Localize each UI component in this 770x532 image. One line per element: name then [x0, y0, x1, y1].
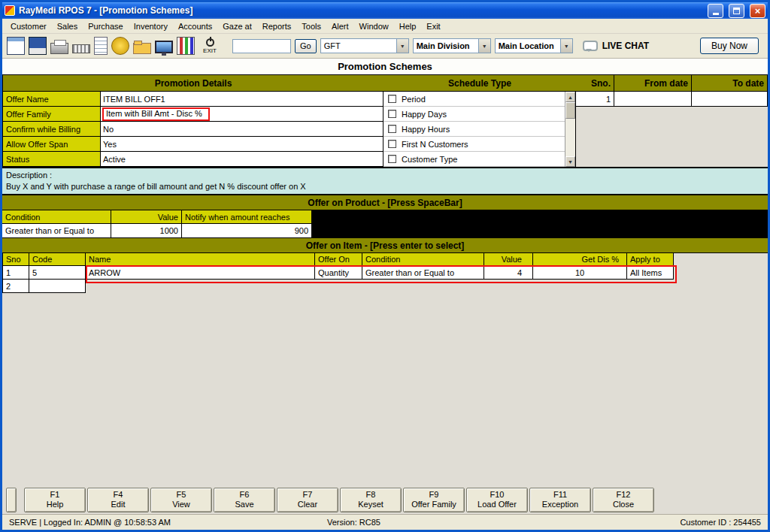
cell-to-date[interactable]	[692, 92, 768, 107]
exit-button[interactable]: EXIT	[199, 38, 221, 54]
schedule-option-row[interactable]: Customer Type	[383, 152, 565, 167]
location-dropdown[interactable]: Main Location	[495, 38, 573, 53]
app-window: RayMedi RPOS 7 - [Promotion Schemes] × C…	[0, 0, 770, 532]
schedule-dates-panel: Sno. From date To date 1	[576, 75, 768, 167]
cell-code[interactable]	[29, 280, 86, 293]
menu-item[interactable]: Exit	[421, 20, 445, 32]
checkbox-icon[interactable]	[388, 140, 396, 148]
edge-button[interactable]	[6, 488, 17, 512]
cell-value[interactable]: 4	[484, 266, 533, 280]
function-key-button[interactable]: F11 Exception	[529, 488, 591, 512]
function-key-button[interactable]: F1 Help	[24, 488, 86, 512]
close-button[interactable]: ×	[750, 4, 765, 18]
menu-item[interactable]: Customer	[5, 20, 52, 32]
division-dropdown[interactable]: Main Division	[413, 38, 491, 53]
cell-offer-on[interactable]: Quantity	[315, 266, 362, 280]
checkbox-icon[interactable]	[388, 125, 396, 133]
dates-filler	[576, 107, 768, 167]
schedule-option-row[interactable]: First N Customers	[383, 137, 565, 152]
print-icon[interactable]	[50, 43, 68, 54]
function-key-code: F4	[114, 490, 123, 500]
field-row: Offer Family Item with Bill Amt - Disc %	[3, 107, 383, 122]
scrollbar-track[interactable]	[565, 119, 575, 156]
field-value[interactable]: Yes	[101, 137, 383, 152]
menu-item[interactable]: Alert	[326, 20, 354, 32]
restore-button[interactable]	[729, 4, 744, 18]
schedule-option-row[interactable]: Period	[383, 92, 565, 107]
buy-now-button[interactable]: Buy Now	[700, 38, 759, 54]
field-value[interactable]: Active	[101, 152, 383, 167]
currency-icon[interactable]	[111, 37, 129, 55]
promotion-details-fields: Offer Name ITEM BILL OFF1 Offer Family I…	[3, 92, 383, 167]
schedule-option-label: Customer Type	[402, 155, 457, 164]
cell-from-date[interactable]	[614, 92, 692, 107]
field-value-text: Yes	[103, 140, 117, 149]
field-value[interactable]: Item with Bill Amt - Disc %	[101, 107, 383, 122]
scroll-up-icon[interactable]	[565, 92, 575, 102]
column-header-value: Value	[111, 210, 182, 224]
function-key-button[interactable]: F8 Keyset	[340, 488, 402, 512]
scrollbar-thumb[interactable]	[565, 102, 575, 119]
field-value[interactable]: ITEM BILL OFF1	[101, 92, 383, 107]
chevron-down-icon[interactable]	[478, 39, 490, 53]
function-key-button[interactable]: F4 Edit	[87, 488, 149, 512]
live-chat-button[interactable]: LIVE CHAT	[583, 41, 649, 51]
field-label: Offer Name	[3, 92, 101, 107]
menu-item[interactable]: Purchase	[83, 20, 128, 32]
function-key-button[interactable]: F6 Save	[214, 488, 275, 512]
function-key-button[interactable]: F12 Close	[593, 488, 654, 512]
app-logo-icon	[5, 5, 15, 16]
keyboard-icon[interactable]	[72, 44, 90, 53]
schedule-type-list: Period Happy Days Happy Hours	[383, 92, 576, 167]
chart-icon[interactable]	[177, 37, 195, 55]
product-table-row[interactable]: Greater than or Equal to 1000 900	[2, 224, 768, 238]
function-key-button[interactable]: F7 Clear	[277, 488, 338, 512]
menu-item[interactable]: Accounts	[173, 20, 217, 32]
menu-item[interactable]: Gaze at	[217, 20, 257, 32]
cell-apply-to[interactable]: All Items	[627, 266, 674, 280]
checkbox-icon[interactable]	[388, 155, 396, 163]
field-value[interactable]: No	[101, 122, 383, 137]
schedule-scrollbar[interactable]	[565, 92, 575, 167]
cell-value[interactable]: 1000	[111, 224, 182, 238]
display-icon[interactable]	[155, 41, 173, 53]
save-icon[interactable]	[29, 37, 47, 55]
cell-code[interactable]: 5	[29, 266, 86, 280]
menu-item[interactable]: Reports	[257, 20, 297, 32]
checkbox-icon[interactable]	[388, 95, 396, 103]
schedule-option-row[interactable]: Happy Hours	[383, 122, 565, 137]
cell-condition[interactable]: Greater than or Equal to	[2, 224, 111, 238]
menu-item[interactable]: Window	[354, 20, 394, 32]
cell-condition[interactable]: Greater than or Equal to	[362, 266, 484, 280]
minimize-button[interactable]	[708, 4, 723, 18]
cell-name[interactable]: ARROW	[86, 266, 315, 280]
function-key-button[interactable]: F10 Load Offer	[466, 488, 528, 512]
menu-item[interactable]: Sales	[52, 20, 83, 32]
function-key-button[interactable]: F9 Offer Family	[403, 488, 465, 512]
cell-notify[interactable]: 900	[182, 224, 312, 238]
cell-get-dis[interactable]: 10	[533, 266, 627, 280]
menu-item[interactable]: Help	[394, 20, 422, 32]
billing-icon[interactable]	[7, 37, 25, 55]
scroll-down-icon[interactable]	[565, 156, 575, 167]
menu-item[interactable]: Inventory	[129, 20, 173, 32]
chevron-down-icon[interactable]	[560, 39, 572, 53]
item-table-row[interactable]: 2	[3, 280, 675, 293]
cell-sno[interactable]: 1	[3, 266, 29, 280]
restore-icon	[733, 8, 740, 14]
item-table-row[interactable]: 1 5 ARROW Quantity Greater than or Equal…	[3, 266, 675, 280]
schedule-option-row[interactable]: Happy Days	[383, 107, 565, 122]
menu-item[interactable]: Tools	[296, 20, 326, 32]
document-icon[interactable]	[94, 37, 108, 55]
cell-sno[interactable]: 2	[3, 280, 29, 293]
exit-label: EXIT	[203, 47, 217, 54]
checkbox-icon[interactable]	[388, 110, 396, 118]
store-dropdown[interactable]: GFT	[320, 38, 409, 53]
cell-sno[interactable]: 1	[576, 92, 614, 107]
chevron-down-icon[interactable]	[396, 39, 408, 53]
function-key-button[interactable]: F5 View	[150, 488, 212, 512]
folder-open-icon[interactable]	[133, 43, 151, 54]
go-button[interactable]: Go	[295, 39, 317, 53]
description-label: Description :	[6, 170, 764, 181]
search-input[interactable]	[232, 39, 291, 53]
